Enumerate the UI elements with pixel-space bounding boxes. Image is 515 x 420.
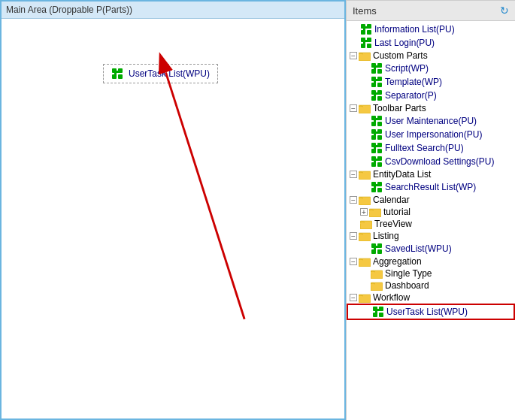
- tree-item-aggregation[interactable]: − Aggregation: [347, 255, 515, 267]
- svg-rect-110: [379, 313, 383, 317]
- tree-container[interactable]: Information List(PU) Last Login(PU)− Cus…: [347, 21, 515, 420]
- toggle-icon[interactable]: −: [350, 294, 357, 301]
- svg-rect-88: [359, 234, 364, 236]
- tree-item-workflow[interactable]: − Workflow: [347, 292, 515, 304]
- tree-item-dashboard[interactable]: Dashboard: [347, 279, 515, 292]
- tree-item-treeview[interactable]: TreeView: [347, 218, 515, 230]
- svg-rect-65: [377, 162, 382, 167]
- folder-icon: [371, 280, 383, 291]
- item-label: Information List(PU): [374, 24, 455, 35]
- svg-rect-13: [363, 28, 365, 31]
- tree-item-savedlist[interactable]: SavedList(WPU): [347, 242, 515, 255]
- svg-rect-79: [359, 198, 364, 200]
- right-panel: Items ↻ Information List(PU) Last Login(…: [346, 0, 515, 420]
- item-label: Last Login(PU): [374, 38, 435, 48]
- item-label: Separator(P): [385, 90, 437, 101]
- svg-rect-49: [374, 119, 376, 122]
- folder-icon: [359, 231, 371, 241]
- left-panel-content: UserTask List(WPU): [2, 19, 344, 418]
- item-label: EntityData List: [373, 169, 431, 180]
- svg-rect-70: [359, 173, 364, 174]
- svg-rect-112: [375, 310, 377, 313]
- right-panel-header: Items ↻: [347, 1, 515, 21]
- tree-item-template[interactable]: Template(WP): [347, 75, 515, 89]
- tree-item-user_maint[interactable]: User Maintenance(PU): [347, 114, 515, 128]
- folder-icon: [359, 256, 371, 267]
- folder-icon: [369, 207, 381, 217]
- folder-icon: [359, 292, 371, 303]
- component-icon: [371, 62, 383, 74]
- svg-rect-32: [377, 83, 382, 87]
- drop-item-label: UserTask List(WPU): [129, 68, 210, 79]
- svg-rect-106: [359, 296, 364, 298]
- tree-item-script[interactable]: Script(WP): [347, 62, 515, 75]
- folder-icon: [359, 169, 371, 180]
- component-icon: [371, 128, 383, 141]
- item-label: Workflow: [373, 292, 410, 303]
- left-panel-title: Main Area (Droppable P(Parts)): [2, 2, 344, 19]
- tree-item-lastlogin[interactable]: Last Login(PU): [347, 36, 515, 50]
- item-label: Script(WP): [385, 63, 429, 74]
- folder-icon: [360, 219, 372, 229]
- drop-target: UserTask List(WPU): [103, 64, 218, 83]
- refresh-icon[interactable]: ↻: [500, 5, 509, 17]
- svg-rect-94: [374, 247, 376, 250]
- item-label: Single Type: [385, 268, 432, 279]
- component-icon: [371, 89, 383, 101]
- component-icon: [371, 181, 383, 193]
- toggle-icon[interactable]: −: [350, 171, 357, 178]
- tree-item-tutorial[interactable]: + tutorial: [347, 206, 515, 218]
- toggle-icon[interactable]: −: [350, 52, 357, 59]
- component-icon: [360, 23, 372, 35]
- item-label: UserTask List(WPU): [386, 307, 468, 317]
- svg-rect-47: [377, 122, 382, 126]
- svg-rect-17: [367, 44, 371, 48]
- svg-rect-19: [363, 41, 365, 44]
- item-label: Toolbar Parts: [373, 103, 426, 113]
- tree-item-searchresult[interactable]: SearchResult List(WP): [347, 180, 515, 194]
- component-icon: [360, 37, 372, 49]
- svg-rect-53: [377, 135, 382, 140]
- tree-item-entity_data[interactable]: − EntityData List: [347, 168, 515, 180]
- svg-rect-28: [374, 67, 376, 70]
- svg-rect-55: [374, 133, 376, 136]
- toggle-icon[interactable]: +: [360, 208, 368, 216]
- item-label: Custom Parts: [373, 50, 428, 61]
- svg-rect-82: [369, 210, 374, 212]
- item-label: User Impersonation(PU): [385, 129, 482, 140]
- svg-rect-67: [374, 160, 376, 163]
- tree-item-user_impers[interactable]: User Impersonation(PU): [347, 128, 515, 141]
- folder-icon: [359, 195, 371, 205]
- svg-rect-85: [360, 222, 365, 224]
- toggle-icon[interactable]: −: [350, 196, 357, 204]
- item-label: Aggregation: [373, 256, 422, 267]
- toggle-icon[interactable]: −: [350, 258, 357, 265]
- tree-item-info[interactable]: Information List(PU): [347, 23, 515, 36]
- tree-item-listing[interactable]: − Listing: [347, 230, 515, 242]
- item-label: User Maintenance(PU): [385, 116, 477, 126]
- svg-line-7: [165, 72, 244, 319]
- svg-rect-38: [377, 96, 382, 101]
- tree-item-usertask[interactable]: UserTask List(WPU): [347, 304, 515, 320]
- svg-rect-34: [374, 80, 376, 83]
- toggle-icon[interactable]: −: [350, 232, 357, 240]
- tree-item-separator[interactable]: Separator(P): [347, 89, 515, 102]
- svg-rect-103: [371, 284, 376, 286]
- tree-item-custom_parts[interactable]: − Custom Parts: [347, 50, 515, 62]
- component-icon: [371, 156, 383, 168]
- item-label: Calendar: [373, 195, 410, 205]
- svg-rect-74: [377, 188, 382, 192]
- svg-rect-22: [359, 54, 364, 56]
- svg-rect-43: [359, 107, 364, 108]
- item-label: Template(WP): [385, 77, 442, 87]
- tree-item-csvdownload[interactable]: CsvDownload Settings(PU): [347, 155, 515, 168]
- tree-item-fulltext[interactable]: Fulltext Search(PU): [347, 141, 515, 155]
- tree-item-single_type[interactable]: Single Type: [347, 267, 515, 279]
- toggle-icon[interactable]: −: [350, 104, 357, 112]
- svg-rect-61: [374, 147, 376, 150]
- svg-rect-5: [114, 72, 117, 75]
- svg-rect-26: [377, 69, 382, 74]
- tree-item-toolbar_parts[interactable]: − Toolbar Parts: [347, 102, 515, 114]
- tree-item-calendar[interactable]: − Calendar: [347, 194, 515, 206]
- item-label: TreeView: [374, 219, 412, 229]
